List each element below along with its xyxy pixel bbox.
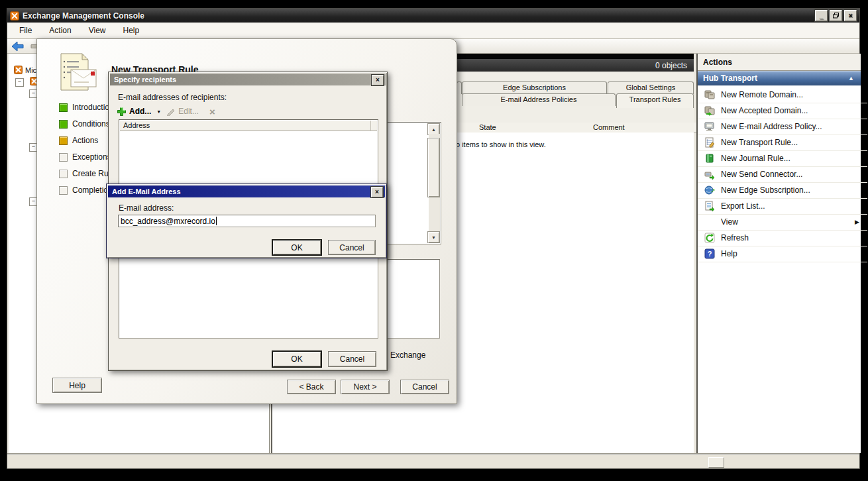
recipients-ok-button[interactable]: OK xyxy=(272,351,321,367)
recipients-label: E-mail addresses of recipients: xyxy=(118,93,227,102)
refresh-icon xyxy=(704,233,715,243)
wizard-step-completion: Completion xyxy=(59,186,113,195)
tab-transport-rules[interactable]: Transport Rules xyxy=(616,93,694,108)
add-email-address-dialog: Add E-Mail Address × E-mail address: bcc… xyxy=(106,184,387,258)
step-status-icon xyxy=(59,186,68,195)
email-address-policy-icon xyxy=(704,121,715,132)
transport-rule-wizard-icon xyxy=(57,52,99,93)
close-icon[interactable]: × xyxy=(372,75,384,85)
step-status-icon xyxy=(59,136,68,145)
menu-help[interactable]: Help xyxy=(123,26,140,35)
action-help[interactable]: ? Help xyxy=(698,246,867,262)
action-export-list[interactable]: Export List... xyxy=(698,198,867,215)
svg-text:?: ? xyxy=(708,250,712,258)
scroll-down-icon[interactable]: ▼ xyxy=(427,231,440,243)
wizard-next-button[interactable]: Next > xyxy=(341,380,390,394)
step-status-icon xyxy=(59,103,68,112)
add-icon xyxy=(117,107,127,117)
dropdown-icon[interactable]: ▼ xyxy=(156,109,161,114)
wizard-step-introduction: Introduction xyxy=(59,103,114,112)
action-refresh[interactable]: Refresh xyxy=(698,230,867,246)
column-header-comment[interactable]: Comment xyxy=(590,123,686,133)
email-address-input[interactable]: bcc_address@mxrecord.io xyxy=(118,215,376,227)
action-view[interactable]: View ▶ xyxy=(698,214,867,231)
status-bar-segment xyxy=(708,457,724,468)
menu-view[interactable]: View xyxy=(89,26,106,35)
step-status-icon xyxy=(59,170,68,178)
window-titlebar[interactable]: Exchange Management Console _ × xyxy=(7,9,859,23)
wizard-help-button[interactable]: Help xyxy=(52,378,102,393)
close-button[interactable]: × xyxy=(844,10,857,21)
wizard-step-exceptions: Exceptions xyxy=(59,152,111,162)
actions-pane-title: Actions xyxy=(698,54,861,71)
window-title: Exchange Management Console xyxy=(23,11,144,21)
object-count: 0 objects xyxy=(655,61,687,70)
back-icon[interactable] xyxy=(11,41,25,52)
tab-edge-subscriptions[interactable]: Edge Subscriptions xyxy=(462,81,607,94)
step-status-icon xyxy=(59,153,68,162)
recipients-toolbar: Add... ▼ Edit... × xyxy=(117,105,215,118)
wizard-step-conditions: Conditions xyxy=(59,119,110,129)
recipients-list-header: Address xyxy=(120,121,377,131)
action-new-journal-rule[interactable]: New Journal Rule... xyxy=(698,150,867,167)
dialog-titlebar[interactable]: Specify recipients xyxy=(110,74,386,85)
edit-pencil-icon xyxy=(166,107,176,116)
close-icon[interactable]: × xyxy=(371,187,383,197)
add-email-cancel-button[interactable]: Cancel xyxy=(328,240,376,255)
status-bar xyxy=(7,454,859,468)
edge-subscription-icon xyxy=(704,185,715,195)
scrollbar-thumb[interactable] xyxy=(427,138,440,197)
tree-root-item[interactable]: Micr xyxy=(14,66,39,74)
email-address-label: E-mail address: xyxy=(119,203,174,213)
action-new-accepted-domain[interactable]: New Accepted Domain... xyxy=(698,103,867,119)
delete-icon[interactable]: × xyxy=(209,106,215,117)
tab-global-settings[interactable]: Global Settings xyxy=(608,81,694,94)
step-status-icon xyxy=(59,120,68,129)
dialog-titlebar[interactable]: Add E-Mail Address xyxy=(108,186,385,197)
tree-collapse-icon[interactable]: − xyxy=(15,78,24,87)
minimize-button[interactable]: _ xyxy=(815,10,828,21)
actions-pane: Actions Hub Transport ▲ New Remote Domai… xyxy=(696,54,861,453)
action-new-remote-domain[interactable]: New Remote Domain... xyxy=(698,87,867,103)
wizard-text-fragment: Exchange xyxy=(390,350,425,360)
accepted-domain-icon xyxy=(704,105,715,116)
restore-icon xyxy=(833,13,840,19)
action-new-email-address-policy[interactable]: New E-mail Address Policy... xyxy=(698,119,867,135)
journal-rule-icon xyxy=(704,153,715,164)
menu-file[interactable]: File xyxy=(19,26,32,35)
exchange-node-icon xyxy=(14,66,23,74)
wizard-back-button[interactable]: < Back xyxy=(287,380,336,394)
empty-list-message: o items to show in this view. xyxy=(456,140,546,148)
menu-bar: File Action View Help xyxy=(7,23,859,39)
recipients-cancel-button[interactable]: Cancel xyxy=(328,351,376,367)
add-email-ok-button[interactable]: OK xyxy=(272,240,321,255)
exchange-logo-icon xyxy=(10,11,19,21)
help-icon: ? xyxy=(704,248,715,259)
action-new-send-connector[interactable]: New Send Connector... xyxy=(698,166,867,183)
address-column-filler xyxy=(371,121,377,131)
menu-action[interactable]: Action xyxy=(49,26,71,35)
collapse-icon[interactable]: ▲ xyxy=(848,75,854,81)
remote-domain-icon xyxy=(704,89,715,100)
column-header-state[interactable]: State xyxy=(476,123,594,133)
submenu-icon: ▶ xyxy=(855,219,859,225)
hub-transport-group-header[interactable]: Hub Transport ▲ xyxy=(698,71,861,85)
action-new-edge-subscription[interactable]: New Edge Subscription... xyxy=(698,182,867,199)
tab-email-address-policies[interactable]: E-mail Address Policies xyxy=(462,93,616,106)
export-list-icon xyxy=(704,201,715,211)
address-column-header[interactable]: Address xyxy=(120,121,371,131)
edit-button[interactable]: Edit... xyxy=(178,107,199,116)
restore-button[interactable] xyxy=(830,10,842,21)
wizard-cancel-button[interactable]: Cancel xyxy=(400,380,449,394)
send-connector-icon xyxy=(704,169,715,180)
wizard-step-actions: Actions xyxy=(59,136,98,145)
tab-fragment[interactable] xyxy=(457,81,462,94)
transport-rule-icon xyxy=(704,137,715,148)
add-button[interactable]: Add... xyxy=(129,107,151,116)
wizard-step-create-rule: Create Rule xyxy=(59,169,115,178)
action-new-transport-rule[interactable]: New Transport Rule... xyxy=(698,134,867,151)
text-caret xyxy=(216,217,217,225)
